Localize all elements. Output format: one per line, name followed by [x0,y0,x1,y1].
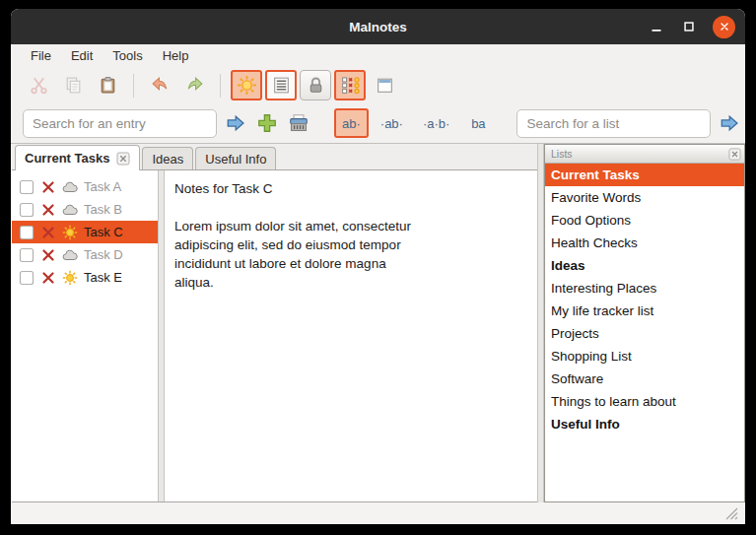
sun-icon[interactable] [62,270,78,286]
paste-icon [98,75,118,96]
list-search-buttons [715,109,745,138]
grid-toggle-icon [340,75,361,96]
lists-panel-close-icon[interactable] [728,148,741,161]
task-checkbox[interactable] [19,225,34,240]
list-item-food-options[interactable]: Food Options [545,209,744,232]
go-arrow-icon [719,112,740,134]
cloud-icon[interactable] [62,179,78,195]
task-label: Task E [84,270,122,285]
list-item-ideas[interactable]: Ideas [545,254,744,277]
list-item-shopping-list[interactable]: Shopping List [545,345,744,368]
lists-panel: Lists Current TasksFavorite WordsFood Op… [544,144,745,502]
window-controls [648,9,735,44]
task-label: Task D [84,247,123,262]
entry-search-input[interactable] [23,109,217,138]
new-note-icon [375,75,395,96]
list-item-current-tasks[interactable]: Current Tasks [545,164,744,186]
task-row[interactable]: Task C [12,221,158,243]
match-mode-button-4[interactable]: ba [461,108,495,138]
paste-button[interactable] [92,70,123,100]
menu-tools[interactable]: Tools [103,44,152,67]
tab-label: Ideas [152,152,183,167]
task-label: Task C [84,225,123,239]
lock-toggle-button[interactable] [300,70,331,100]
menu-file[interactable]: File [21,44,61,67]
note-editor[interactable]: Notes for Task C Lorem ipsum dolor sit a… [165,170,537,502]
menu-edit[interactable]: Edit [61,44,103,67]
grid-toggle-button[interactable] [334,70,366,100]
tab-ideas[interactable]: Ideas [142,147,193,169]
list-item-health-checks[interactable]: Health Checks [545,232,744,254]
match-mode-button-2[interactable]: ·ab· [373,108,411,138]
match-mode-button-3[interactable]: ·a·b· [415,108,457,138]
title-bar[interactable]: Malnotes [11,9,745,44]
tab-useful-info[interactable]: Useful Info [195,147,276,169]
resize-grip-icon[interactable] [722,504,738,520]
task-delete-icon[interactable] [40,270,56,286]
task-checkbox[interactable] [19,202,34,218]
undo-icon [150,75,171,96]
notebook: Current TasksIdeasUseful Info Task ATask… [12,144,537,502]
task-checkbox[interactable] [19,179,34,195]
task-delete-icon[interactable] [40,225,56,240]
cut-button[interactable] [23,70,54,100]
app-window: Malnotes FileEditToolsHelp ab··ab··a·b·b… [11,9,745,524]
cut-icon [29,75,49,96]
panel-splitter[interactable] [537,144,544,502]
tab-close-icon[interactable] [116,152,130,166]
task-row[interactable]: Task A [12,175,158,198]
maximize-icon[interactable] [680,18,698,35]
list-search-input[interactable] [516,109,711,138]
task-delete-icon[interactable] [40,179,56,195]
pane-splitter[interactable] [158,170,165,502]
list-item-interesting-places[interactable]: Interesting Places [545,277,744,300]
status-bar [11,502,745,524]
sun-toggle-button[interactable] [231,70,262,100]
task-checkbox[interactable] [19,270,34,286]
list-item-projects[interactable]: Projects [545,322,744,345]
redo-button[interactable] [178,70,210,100]
list-item-favorite-words[interactable]: Favorite Words [545,186,744,209]
task-list: Task ATask BTask CTask DTask E [12,170,158,502]
redo-icon [184,75,205,96]
entry-add-button[interactable] [252,109,281,138]
new-note-button[interactable] [369,70,400,100]
task-label: Task A [84,179,121,194]
task-delete-icon[interactable] [40,247,56,263]
task-row[interactable]: Task B [12,198,158,221]
close-icon[interactable] [713,16,735,38]
task-row[interactable]: Task E [12,266,158,289]
menu-bar: FileEditToolsHelp [11,44,745,67]
entry-shred-button[interactable] [284,109,312,138]
tab-bar: Current TasksIdeasUseful Info [12,144,537,170]
go-arrow-icon [225,112,246,134]
search-bar: ab··ab··a·b·ba [11,103,745,144]
list-item-software[interactable]: Software [545,368,744,390]
sun-icon[interactable] [62,225,78,240]
task-row[interactable]: Task D [12,243,158,266]
list-item-my-life-tracker-list[interactable]: My life tracker list [545,300,744,322]
minimize-icon[interactable] [648,18,665,35]
undo-button[interactable] [144,70,175,100]
match-mode-button-1[interactable]: ab· [334,108,369,138]
lists-items: Current TasksFavorite WordsFood OptionsH… [545,164,744,502]
task-checkbox[interactable] [19,247,34,263]
list-item-useful-info[interactable]: Useful Info [545,413,744,435]
lists-panel-header: Lists [545,145,744,164]
task-label: Task B [84,202,122,217]
tab-current-tasks[interactable]: Current Tasks [15,145,140,170]
entry-go-button[interactable] [221,109,249,138]
task-delete-icon[interactable] [40,202,56,218]
shred-icon [288,112,309,134]
cloud-icon[interactable] [62,202,78,218]
cloud-icon[interactable] [62,247,78,263]
sun-toggle-icon [237,75,257,96]
toolbar-separator [133,74,134,98]
menu-help[interactable]: Help [153,44,199,67]
list-toggle-button[interactable] [265,70,297,100]
toolbar [11,67,745,103]
list-item-things-to-learn-about[interactable]: Things to learn about [545,390,744,413]
list-go-button[interactable] [715,109,743,138]
list-toggle-icon [271,75,292,96]
copy-button[interactable] [57,70,89,100]
